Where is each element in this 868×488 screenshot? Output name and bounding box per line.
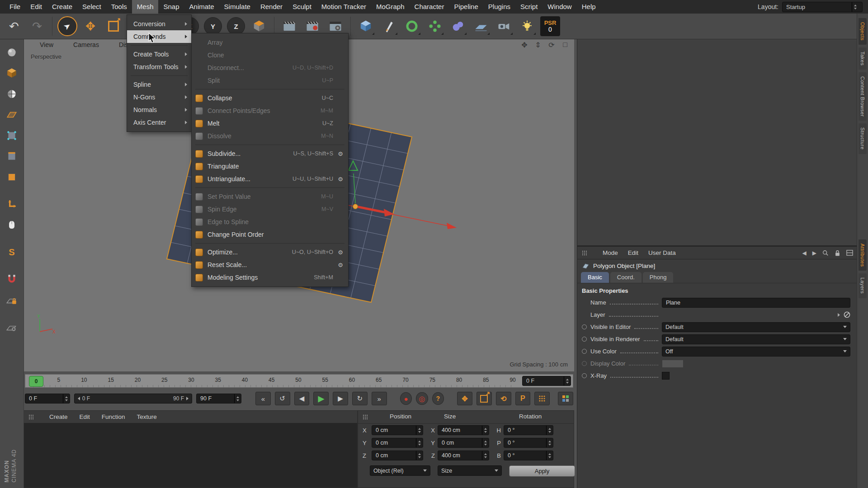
- keyframe-dot[interactable]: [582, 324, 587, 329]
- size-input[interactable]: 400 cm: [438, 425, 489, 435]
- redo-button[interactable]: ↷: [27, 16, 47, 37]
- snap-toggle-button[interactable]: S: [3, 244, 20, 260]
- layout-stepper[interactable]: [852, 2, 859, 12]
- side-tab[interactable]: Attributes: [859, 239, 867, 271]
- search-icon[interactable]: [822, 250, 829, 256]
- array-object-button[interactable]: [425, 16, 445, 37]
- command-menu-item[interactable]: Untriangulate... U~U, U~Shift+U ⚙: [192, 173, 348, 185]
- light-object-button[interactable]: [517, 16, 538, 37]
- floor-object-button[interactable]: [471, 16, 491, 37]
- keyframe-dot[interactable]: [582, 349, 587, 354]
- command-menu-item[interactable]: Optimize... U~O, U~Shift+O ⚙: [192, 246, 348, 258]
- menubar-item[interactable]: Simulate: [219, 0, 255, 14]
- lock-workplane-button[interactable]: [3, 292, 20, 308]
- panel-handle-icon[interactable]: [582, 250, 587, 256]
- panel-handle-icon[interactable]: [28, 414, 34, 420]
- record-keyframe-button[interactable]: ●: [400, 392, 412, 405]
- camera-label[interactable]: Perspective: [31, 53, 61, 60]
- command-menu-item[interactable]: ⚙: [195, 188, 344, 188]
- menubar-item[interactable]: Character: [410, 0, 449, 14]
- magnet-snap-button[interactable]: [3, 271, 20, 287]
- attribute-tab[interactable]: Coord.: [610, 272, 642, 283]
- goto-start-button[interactable]: «: [255, 392, 271, 405]
- tweak-mode-button[interactable]: [3, 217, 20, 233]
- mesh-menu-item[interactable]: Create Tools: [127, 48, 191, 61]
- mesh-menu-item[interactable]: Transform Tools: [127, 61, 191, 73]
- live-selection-button[interactable]: ➤: [57, 16, 78, 37]
- workplane-settings-button[interactable]: [3, 319, 20, 335]
- psr-zero-button[interactable]: PSR 0: [540, 16, 561, 37]
- lock-icon[interactable]: [835, 250, 840, 256]
- camera-object-button[interactable]: [494, 16, 514, 37]
- menubar-item[interactable]: Plugins: [483, 0, 515, 14]
- command-menu-item[interactable]: ⚙: [195, 145, 344, 145]
- mesh-menu-item[interactable]: Commands: [127, 30, 191, 43]
- name-input[interactable]: Plane: [662, 298, 850, 308]
- menubar-item[interactable]: Snap: [158, 0, 184, 14]
- attribute-tab[interactable]: Basic: [581, 272, 609, 283]
- mesh-menu-item[interactable]: Conversion: [127, 18, 191, 30]
- current-frame-field[interactable]: 0 F: [25, 394, 70, 404]
- command-menu-item[interactable]: Connect Points/Edges M~M ⚙: [192, 104, 348, 117]
- gear-icon[interactable]: ⚙: [337, 262, 344, 268]
- chevron-right-icon[interactable]: [838, 313, 840, 317]
- command-menu-item[interactable]: Split U~P ⚙: [192, 74, 348, 87]
- command-menu-item[interactable]: Subdivide... U~S, U~Shift+S ⚙: [192, 147, 348, 160]
- command-menu-item[interactable]: Reset Scale... ⚙: [192, 258, 348, 271]
- command-menu-item[interactable]: Clone ⚙: [192, 49, 348, 61]
- scale-tool-button[interactable]: [103, 16, 124, 37]
- axis-mode-button[interactable]: [3, 196, 20, 212]
- material-menu-item[interactable]: Function: [102, 413, 125, 420]
- next-frame-button[interactable]: ▶: [333, 392, 348, 405]
- command-menu-item[interactable]: Array ⚙: [192, 36, 348, 49]
- mesh-menu-item[interactable]: [131, 75, 188, 76]
- autokey-button[interactable]: ◎: [416, 392, 428, 405]
- rotate-view-icon[interactable]: ⟳: [547, 41, 556, 49]
- attribute-menu-item[interactable]: Edit: [628, 249, 638, 256]
- viewport-menu-item[interactable]: View: [40, 41, 53, 48]
- material-manager[interactable]: CreateEditFunctionTexture: [24, 410, 358, 488]
- xray-checkbox[interactable]: [662, 372, 670, 380]
- history-forward-icon[interactable]: ▶: [812, 250, 816, 256]
- loop-button[interactable]: ↻: [352, 392, 368, 405]
- menubar-item[interactable]: Mesh: [132, 0, 159, 14]
- command-menu-item[interactable]: Modeling Settings Shift+M ⚙: [192, 271, 348, 284]
- mesh-menu-item[interactable]: Axis Center: [127, 116, 191, 129]
- panel-handle-icon[interactable]: [363, 414, 368, 420]
- gear-icon[interactable]: ⚙: [337, 150, 344, 157]
- layer-browser-icon[interactable]: [844, 311, 850, 318]
- play-reverse-button[interactable]: ↺: [275, 392, 290, 405]
- end-frame-field[interactable]: 90 F: [196, 394, 241, 404]
- menubar-item[interactable]: Render: [255, 0, 288, 14]
- rotation-input[interactable]: 0 °: [504, 450, 553, 460]
- visible-editor-dropdown[interactable]: Default: [662, 322, 850, 332]
- side-tab[interactable]: Layers: [859, 273, 867, 298]
- menubar-item[interactable]: Select: [77, 0, 106, 14]
- polygons-mode-button[interactable]: [3, 169, 20, 185]
- command-menu-item[interactable]: Triangulate ⚙: [192, 160, 348, 173]
- command-menu-item[interactable]: ⚙: [195, 243, 344, 244]
- make-editable-button[interactable]: [3, 65, 20, 81]
- viewport-menu-item[interactable]: Cameras: [73, 41, 99, 48]
- move-tool-button[interactable]: ✥: [80, 16, 101, 37]
- attribute-menu-item[interactable]: Mode: [603, 249, 618, 256]
- side-tab[interactable]: Takes: [859, 47, 867, 70]
- timeline-playhead[interactable]: 0: [29, 376, 43, 387]
- command-menu-item[interactable]: Change Point Order ⚙: [192, 228, 348, 241]
- command-menu-item[interactable]: Melt U~Z ⚙: [192, 117, 348, 130]
- side-tab[interactable]: Objects: [859, 18, 867, 45]
- material-menu-item[interactable]: Edit: [80, 413, 90, 420]
- previous-frame-button[interactable]: ◀: [294, 392, 310, 405]
- attribute-menu-item[interactable]: User Data: [648, 249, 676, 256]
- size-mode-dropdown[interactable]: Size: [438, 465, 502, 476]
- menubar-item[interactable]: Help: [577, 0, 601, 14]
- menubar-item[interactable]: MoGraph: [371, 0, 410, 14]
- use-color-dropdown[interactable]: Off: [662, 347, 850, 357]
- model-mode-button[interactable]: [3, 44, 20, 61]
- maximize-view-icon[interactable]: □: [561, 41, 570, 49]
- attribute-tab[interactable]: Phong: [643, 272, 674, 283]
- menubar-item[interactable]: Script: [515, 0, 542, 14]
- command-menu-item[interactable]: Disconnect... U~D, U~Shift+D ⚙: [192, 61, 348, 74]
- menubar-item[interactable]: Create: [47, 0, 77, 14]
- position-input[interactable]: 0 cm: [372, 450, 423, 460]
